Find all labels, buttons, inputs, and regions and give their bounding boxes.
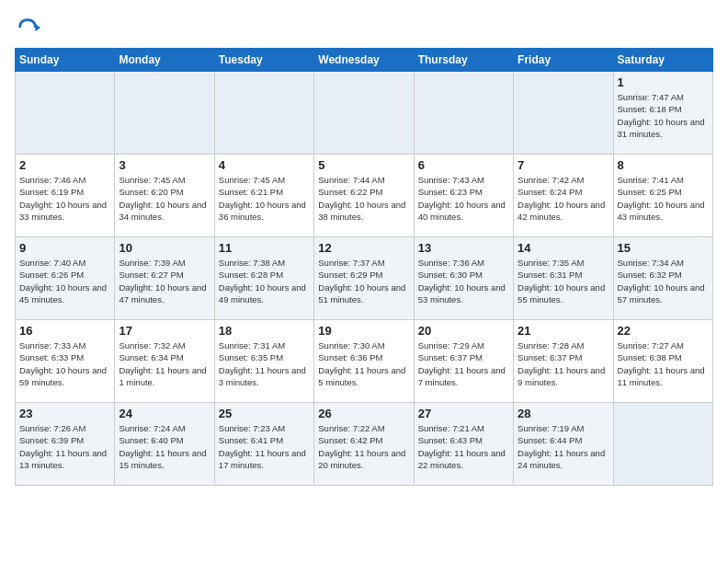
weekday-header: Thursday xyxy=(414,49,513,72)
day-info: Sunrise: 7:33 AM Sunset: 6:33 PM Dayligh… xyxy=(19,339,110,388)
day-number: 20 xyxy=(418,324,509,338)
calendar-cell: 9Sunrise: 7:40 AM Sunset: 6:26 PM Daylig… xyxy=(16,237,115,320)
day-number: 15 xyxy=(618,241,709,255)
day-info: Sunrise: 7:29 AM Sunset: 6:37 PM Dayligh… xyxy=(418,339,509,388)
calendar-cell: 15Sunrise: 7:34 AM Sunset: 6:32 PM Dayli… xyxy=(613,237,712,320)
day-info: Sunrise: 7:43 AM Sunset: 6:23 PM Dayligh… xyxy=(418,174,509,223)
calendar-cell: 22Sunrise: 7:27 AM Sunset: 6:38 PM Dayli… xyxy=(613,320,712,403)
day-info: Sunrise: 7:23 AM Sunset: 6:41 PM Dayligh… xyxy=(219,422,310,471)
day-info: Sunrise: 7:27 AM Sunset: 6:38 PM Dayligh… xyxy=(618,339,709,388)
calendar-cell: 5Sunrise: 7:44 AM Sunset: 6:22 PM Daylig… xyxy=(314,155,414,237)
calendar-cell: 23Sunrise: 7:26 AM Sunset: 6:39 PM Dayli… xyxy=(16,403,115,486)
day-info: Sunrise: 7:21 AM Sunset: 6:43 PM Dayligh… xyxy=(418,422,509,471)
day-info: Sunrise: 7:38 AM Sunset: 6:28 PM Dayligh… xyxy=(219,257,310,305)
day-info: Sunrise: 7:39 AM Sunset: 6:27 PM Dayligh… xyxy=(119,257,210,305)
day-number: 12 xyxy=(318,241,409,255)
calendar-week-row: 16Sunrise: 7:33 AM Sunset: 6:33 PM Dayli… xyxy=(16,320,713,403)
calendar-week-row: 1Sunrise: 7:47 AM Sunset: 6:18 PM Daylig… xyxy=(16,72,713,155)
day-number: 26 xyxy=(318,407,409,420)
day-number: 5 xyxy=(318,158,409,172)
day-number: 13 xyxy=(418,241,509,255)
calendar-cell: 20Sunrise: 7:29 AM Sunset: 6:37 PM Dayli… xyxy=(414,320,513,403)
day-number: 19 xyxy=(318,324,409,338)
calendar-cell: 12Sunrise: 7:37 AM Sunset: 6:29 PM Dayli… xyxy=(314,237,414,320)
calendar-cell xyxy=(314,72,414,155)
svg-marker-1 xyxy=(35,24,40,31)
day-number: 1 xyxy=(618,75,709,89)
day-info: Sunrise: 7:26 AM Sunset: 6:39 PM Dayligh… xyxy=(19,422,110,471)
day-info: Sunrise: 7:47 AM Sunset: 6:18 PM Dayligh… xyxy=(618,91,709,140)
calendar-cell: 1Sunrise: 7:47 AM Sunset: 6:18 PM Daylig… xyxy=(613,72,712,155)
calendar-cell xyxy=(214,72,313,155)
calendar-cell: 21Sunrise: 7:28 AM Sunset: 6:37 PM Dayli… xyxy=(514,320,613,403)
day-info: Sunrise: 7:36 AM Sunset: 6:30 PM Dayligh… xyxy=(418,257,509,305)
calendar-cell: 16Sunrise: 7:33 AM Sunset: 6:33 PM Dayli… xyxy=(16,320,115,403)
day-number: 27 xyxy=(418,407,509,420)
calendar-cell xyxy=(414,72,513,155)
day-number: 25 xyxy=(219,407,310,420)
calendar-cell xyxy=(16,72,115,155)
weekday-header: Wednesday xyxy=(314,49,414,72)
day-info: Sunrise: 7:34 AM Sunset: 6:32 PM Dayligh… xyxy=(618,257,709,305)
day-number: 7 xyxy=(518,158,609,172)
day-number: 2 xyxy=(19,158,110,172)
day-info: Sunrise: 7:42 AM Sunset: 6:24 PM Dayligh… xyxy=(518,174,609,223)
day-info: Sunrise: 7:37 AM Sunset: 6:29 PM Dayligh… xyxy=(318,257,409,305)
day-info: Sunrise: 7:41 AM Sunset: 6:25 PM Dayligh… xyxy=(618,174,709,223)
calendar-cell: 6Sunrise: 7:43 AM Sunset: 6:23 PM Daylig… xyxy=(414,155,513,237)
calendar-cell: 2Sunrise: 7:46 AM Sunset: 6:19 PM Daylig… xyxy=(16,155,115,237)
day-number: 23 xyxy=(19,407,110,420)
day-info: Sunrise: 7:46 AM Sunset: 6:19 PM Dayligh… xyxy=(19,174,110,223)
calendar-cell: 14Sunrise: 7:35 AM Sunset: 6:31 PM Dayli… xyxy=(514,237,613,320)
calendar-cell xyxy=(514,72,613,155)
day-number: 10 xyxy=(119,241,210,255)
day-info: Sunrise: 7:31 AM Sunset: 6:35 PM Dayligh… xyxy=(219,339,310,388)
day-info: Sunrise: 7:45 AM Sunset: 6:21 PM Dayligh… xyxy=(219,174,310,223)
day-number: 9 xyxy=(19,241,110,255)
day-info: Sunrise: 7:35 AM Sunset: 6:31 PM Dayligh… xyxy=(518,257,609,305)
day-number: 8 xyxy=(618,158,709,172)
day-number: 24 xyxy=(119,407,210,420)
day-number: 28 xyxy=(518,407,609,420)
calendar-cell: 10Sunrise: 7:39 AM Sunset: 6:27 PM Dayli… xyxy=(115,237,214,320)
weekday-header: Friday xyxy=(514,49,613,72)
day-info: Sunrise: 7:44 AM Sunset: 6:22 PM Dayligh… xyxy=(318,174,409,223)
day-number: 17 xyxy=(119,324,210,338)
calendar-cell: 13Sunrise: 7:36 AM Sunset: 6:30 PM Dayli… xyxy=(414,237,513,320)
day-info: Sunrise: 7:45 AM Sunset: 6:20 PM Dayligh… xyxy=(119,174,210,223)
day-info: Sunrise: 7:24 AM Sunset: 6:40 PM Dayligh… xyxy=(119,422,210,471)
weekday-header: Monday xyxy=(115,49,214,72)
day-number: 14 xyxy=(518,241,609,255)
calendar-cell: 17Sunrise: 7:32 AM Sunset: 6:34 PM Dayli… xyxy=(115,320,214,403)
day-number: 16 xyxy=(19,324,110,338)
day-info: Sunrise: 7:40 AM Sunset: 6:26 PM Dayligh… xyxy=(19,257,110,305)
calendar-week-row: 2Sunrise: 7:46 AM Sunset: 6:19 PM Daylig… xyxy=(16,155,713,237)
calendar-cell xyxy=(115,72,214,155)
day-info: Sunrise: 7:30 AM Sunset: 6:36 PM Dayligh… xyxy=(318,339,409,388)
weekday-header: Tuesday xyxy=(214,49,313,72)
day-info: Sunrise: 7:28 AM Sunset: 6:37 PM Dayligh… xyxy=(518,339,609,388)
header xyxy=(15,15,713,40)
weekday-header: Saturday xyxy=(613,49,712,72)
day-number: 22 xyxy=(618,324,709,338)
calendar-cell: 24Sunrise: 7:24 AM Sunset: 6:40 PM Dayli… xyxy=(115,403,214,486)
day-info: Sunrise: 7:22 AM Sunset: 6:42 PM Dayligh… xyxy=(318,422,409,471)
calendar-cell: 7Sunrise: 7:42 AM Sunset: 6:24 PM Daylig… xyxy=(514,155,613,237)
calendar-cell: 19Sunrise: 7:30 AM Sunset: 6:36 PM Dayli… xyxy=(314,320,414,403)
weekday-header: Sunday xyxy=(16,49,115,72)
calendar-table: SundayMondayTuesdayWednesdayThursdayFrid… xyxy=(15,48,713,486)
calendar-week-row: 9Sunrise: 7:40 AM Sunset: 6:26 PM Daylig… xyxy=(16,237,713,320)
calendar-cell: 25Sunrise: 7:23 AM Sunset: 6:41 PM Dayli… xyxy=(214,403,313,486)
calendar-cell: 3Sunrise: 7:45 AM Sunset: 6:20 PM Daylig… xyxy=(115,155,214,237)
day-number: 4 xyxy=(219,158,310,172)
calendar-cell: 8Sunrise: 7:41 AM Sunset: 6:25 PM Daylig… xyxy=(613,155,712,237)
day-number: 3 xyxy=(119,158,210,172)
logo-icon xyxy=(15,15,40,40)
calendar-cell xyxy=(613,403,712,486)
logo xyxy=(15,15,44,40)
calendar-cell: 26Sunrise: 7:22 AM Sunset: 6:42 PM Dayli… xyxy=(314,403,414,486)
calendar-cell: 28Sunrise: 7:19 AM Sunset: 6:44 PM Dayli… xyxy=(514,403,613,486)
calendar-cell: 4Sunrise: 7:45 AM Sunset: 6:21 PM Daylig… xyxy=(214,155,313,237)
calendar-cell: 27Sunrise: 7:21 AM Sunset: 6:43 PM Dayli… xyxy=(414,403,513,486)
day-number: 18 xyxy=(219,324,310,338)
